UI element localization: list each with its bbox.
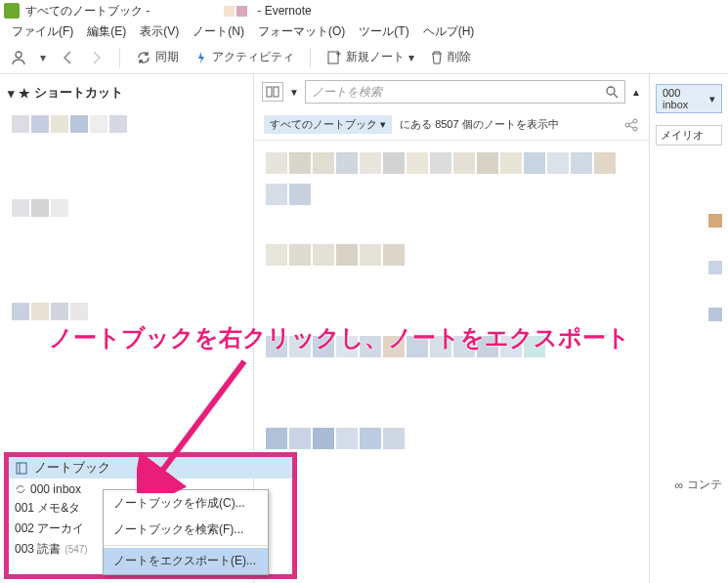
right-pane: 000 inbox▾ メイリオ [650,74,728,583]
titlebar: すべてのノートブック - - Evernote [0,0,728,21]
notebook-filter[interactable]: すべてのノートブック ▾ [264,115,392,134]
svg-rect-3 [274,87,278,97]
menu-help[interactable]: ヘルプ(H) [417,21,481,42]
note-card[interactable] [262,240,641,309]
svg-point-4 [607,87,615,95]
chevron-down-icon: ▾ [408,51,414,64]
search-placeholder: ノートを検索 [312,84,382,101]
infinity-icon: ∞ [674,479,683,492]
inbox-chip[interactable]: 000 inbox▾ [656,84,722,113]
forward-icon[interactable] [86,47,107,68]
sync-icon [15,483,26,495]
menu-file[interactable]: ファイル(F) [6,21,79,42]
menu-export-notes[interactable]: ノートをエクスポート(E)... [104,548,268,574]
sync-button[interactable]: 同期 [132,47,183,67]
trash-icon [430,50,444,65]
svg-point-0 [16,52,21,58]
notebooks-label: ノートブック [34,459,110,477]
new-note-label: 新規ノート [346,49,405,65]
app-name: - Evernote [257,4,311,18]
activity-icon [194,51,208,64]
filter-bar: すべてのノートブック ▾ にある 8507 個のノートを表示中 [254,109,649,141]
tutorial-annotation: ノートブックを右クリックし、ノートをエクスポート [49,322,630,354]
chevron-down-icon[interactable]: ▼ [289,87,299,98]
evernote-icon [4,3,20,19]
svg-rect-2 [267,87,272,97]
menu-tool[interactable]: ツール(T) [353,21,414,42]
notebook-icon [15,461,28,475]
sync-label: 同期 [155,49,179,65]
toolbar: ▾ 同期 アクティビティ 新規ノート ▾ 削除 [0,41,728,74]
menu-view[interactable]: 表示(V) [134,21,185,42]
star-icon: ★ [19,86,30,101]
arrow-annotation [137,356,254,493]
menu-note[interactable]: ノート(N) [187,21,250,42]
font-selector[interactable]: メイリオ [656,125,722,146]
search-icon [605,85,619,99]
chevron-down-icon[interactable]: ▾ [37,47,49,68]
note-card[interactable] [262,424,641,492]
view-toggle[interactable] [262,82,283,102]
menu-edit[interactable]: 編集(E) [81,21,132,42]
back-icon[interactable] [57,47,78,68]
user-icon[interactable] [8,47,29,68]
window-title: すべてのノートブック - [25,3,150,20]
blurred-content [8,111,245,137]
chevron-down-icon[interactable]: ▲ [631,87,641,98]
blurred-content [8,195,245,221]
blurred-content [8,299,245,324]
menu-search-notebook[interactable]: ノートブックを検索(F)... [104,517,268,543]
new-note-icon [326,50,342,65]
sync-icon [136,50,151,65]
svg-rect-8 [17,463,26,474]
collapse-icon: ▾ [8,86,15,101]
activity-label: アクティビティ [212,49,294,65]
svg-point-5 [625,123,629,127]
svg-point-7 [633,127,637,131]
note-card[interactable] [262,148,641,217]
menu-create-notebook[interactable]: ノートブックを作成(C)... [104,490,268,517]
content-label[interactable]: ∞ コンテ [674,477,722,493]
svg-point-6 [633,119,637,123]
delete-button[interactable]: 削除 [426,47,475,67]
note-count-status: にある 8507 個のノートを表示中 [400,117,559,132]
shortcuts-label: ショートカット [34,84,123,102]
delete-label: 削除 [448,49,471,65]
menubar: ファイル(F) 編集(E) 表示(V) ノート(N) フォーマット(O) ツール… [0,21,728,41]
activity-button[interactable]: アクティビティ [191,47,298,67]
menu-format[interactable]: フォーマット(O) [252,21,351,42]
shortcuts-header[interactable]: ▾ ★ ショートカット [8,84,245,102]
context-menu: ノートブックを作成(C)... ノートブックを検索(F)... ノートをエクスポ… [103,489,269,575]
search-input[interactable]: ノートを検索 [305,80,625,104]
share-icon[interactable] [623,118,639,132]
new-note-button[interactable]: 新規ノート ▾ [322,47,418,67]
